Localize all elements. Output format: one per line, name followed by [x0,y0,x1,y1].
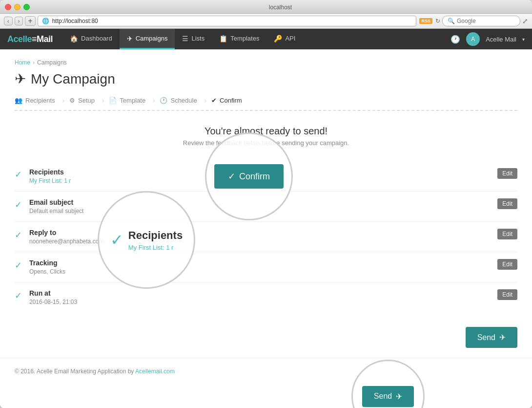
browser-title: localhost [269,4,292,11]
google-search-input[interactable] [457,18,530,24]
nav-items: 🏠 Dashboard ✈ Campaigns ☰ Lists 📋 Templa… [62,29,303,49]
send-highlighted-icon: ✈ [396,392,402,401]
breadcrumb-separator: › [33,59,35,66]
step-recipients[interactable]: 👥 Recipients [15,97,62,104]
page-title-text: My Campaign [31,71,115,87]
step-template[interactable]: 📄 Template [109,97,153,104]
run-at-item-title: Run at [29,289,490,297]
send-button[interactable]: Send ✈ [466,327,517,348]
history-icon[interactable]: 🕐 [450,35,460,44]
step-sep-4: › [205,97,206,104]
new-tab-button[interactable]: + [25,16,35,26]
tracking-edit-button[interactable]: Edit [497,259,517,270]
address-input[interactable]: http://localhost:80 [52,18,412,24]
review-item-run-at: ✓ Run at 2016-08-15, 21:03 Edit [15,282,517,312]
nav-item-dashboard-label: Dashboard [81,35,112,42]
tracking-item-detail: Opens, Clicks [29,268,490,275]
email-subject-item-title: Email subject [29,198,490,206]
template-step-icon: 📄 [109,97,117,104]
back-button[interactable]: ‹ [4,17,13,25]
step-template-label: Template [120,97,145,104]
app-logo: Acelle≡Mail [7,34,53,44]
search-icon: 🔍 [448,18,455,24]
review-items: ✓ Recipients My First List: 1 r Edit ✓ E… [15,161,517,312]
app-navbar: Acelle≡Mail 🏠 Dashboard ✈ Campaigns ☰ Li… [0,29,532,49]
step-setup[interactable]: ⚙ Setup [69,97,102,104]
reply-to-item-detail: noonehere@anphabeta.com [29,238,490,245]
recipients-step-icon: 👥 [15,97,22,104]
step-sep-2: › [102,97,104,104]
page-title-icon: ✈ [15,71,26,87]
send-highlighted-label: Send [374,392,392,401]
nav-item-dashboard[interactable]: 🏠 Dashboard [62,29,120,49]
review-item-recipients: ✓ Recipients My First List: 1 r Edit [15,161,517,192]
nav-item-templates-label: Templates [230,35,259,42]
setup-step-icon: ⚙ [69,97,75,104]
recipients-item-title: Recipients [29,168,490,176]
send-area: Send ✈ [15,322,517,348]
check-icon-email-subject: ✓ [15,199,22,210]
step-setup-label: Setup [78,97,95,104]
nav-item-api-label: API [285,35,295,42]
refresh-button[interactable]: ↻ [435,18,440,24]
run-at-edit-button[interactable]: Edit [497,289,517,300]
check-icon-reply-to: ✓ [15,230,22,240]
user-name[interactable]: Acelle Mail [486,36,516,43]
forward-button[interactable]: › [15,17,23,25]
recipients-item-detail: My First List: 1 r [29,177,490,184]
fullscreen-button[interactable]: ⤢ [522,17,528,25]
close-button[interactable] [5,4,11,10]
send-icon: ✈ [499,333,506,342]
email-subject-edit-button[interactable]: Edit [497,198,517,209]
nav-item-lists-label: Lists [191,35,205,42]
review-title: You're almost ready to send! [15,126,517,137]
step-sep-3: › [153,97,155,104]
confirm-step-icon: ✔ [211,97,217,104]
rss-badge: RSS [419,18,432,24]
send-button-highlighted[interactable]: Send ✈ [362,386,414,407]
schedule-step-icon: 🕐 [160,97,167,104]
step-sep-1: › [62,97,64,104]
page-title: ✈ My Campaign [15,71,517,87]
maximize-button[interactable] [23,4,30,10]
review-item-reply-to: ✓ Reply to noonehere@anphabeta.com Edit [15,222,517,252]
breadcrumb-home[interactable]: Home [15,59,30,66]
api-icon: 🔑 [274,35,282,43]
footer-text: © 2016. Acelle Email Marketing Applicati… [15,368,134,375]
nav-item-api[interactable]: 🔑 API [266,29,303,49]
footer-link[interactable]: Acellemail.com [135,368,175,375]
user-avatar: A [466,32,480,46]
breadcrumb: Home › Campaigns [15,59,517,66]
step-schedule[interactable]: 🕐 Schedule [160,97,204,104]
review-header: You're almost ready to send! Review the … [15,126,517,147]
templates-icon: 📋 [219,35,227,43]
check-icon-tracking: ✓ [15,260,22,271]
globe-icon: 🌐 [42,18,49,24]
review-item-email-subject: ✓ Email subject Default email subject Ed… [15,192,517,222]
dashboard-icon: 🏠 [70,35,78,43]
reply-to-edit-button[interactable]: Edit [497,229,517,239]
page-footer: © 2016. Acelle Email Marketing Applicati… [0,358,532,385]
breadcrumb-section: Campaigns [37,59,67,66]
step-schedule-label: Schedule [170,97,197,104]
run-at-item-detail: 2016-08-15, 21:03 [29,299,490,305]
check-icon-recipients: ✓ [15,169,22,180]
minimize-button[interactable] [14,4,20,10]
step-confirm-label: Confirm [220,97,242,104]
nav-item-lists[interactable]: ☰ Lists [175,29,212,49]
tracking-item-title: Tracking [29,259,490,267]
campaigns-icon: ✈ [127,35,133,43]
review-item-tracking: ✓ Tracking Opens, Clicks Edit [15,252,517,282]
recipients-edit-button[interactable]: Edit [497,168,517,179]
nav-item-campaigns-label: Campaigns [136,35,168,42]
step-recipients-label: Recipients [25,97,55,104]
step-confirm[interactable]: ✔ Confirm [211,97,249,104]
nav-item-templates[interactable]: 📋 Templates [212,29,266,49]
nav-item-campaigns[interactable]: ✈ Campaigns [120,29,175,49]
lists-icon: ☰ [182,35,188,43]
review-subtitle: Review the feedback below before sending… [15,139,517,147]
steps-nav: 👥 Recipients › ⚙ Setup › 📄 Template [15,97,517,111]
user-dropdown-arrow[interactable]: ▾ [522,37,525,42]
check-icon-run-at: ✓ [15,290,22,301]
send-button-label: Send [477,333,495,342]
